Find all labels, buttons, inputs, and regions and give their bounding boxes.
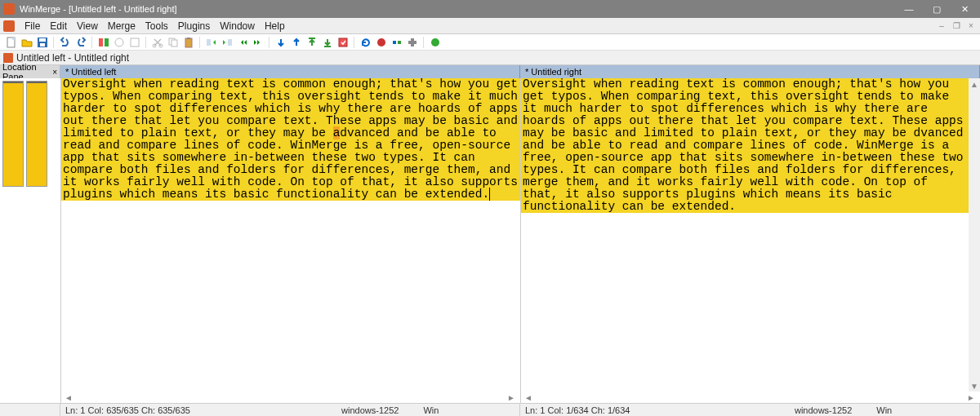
status-left: Ln: 1 Col: 635/635 Ch: 635/635 windows-1… xyxy=(60,404,520,416)
options-icon[interactable] xyxy=(406,36,418,48)
right-pane-title: * Untitled right xyxy=(525,67,581,77)
paste-icon[interactable] xyxy=(182,36,194,48)
scroll-up-icon[interactable]: ▲ xyxy=(969,78,980,90)
open-folder-icon[interactable] xyxy=(20,36,33,48)
mdi-minimize-button[interactable]: – xyxy=(936,20,947,32)
menu-merge[interactable]: Merge xyxy=(103,20,140,32)
window-controls: — ▢ ✕ xyxy=(903,3,977,15)
menu-edit[interactable]: Edit xyxy=(45,20,72,32)
work-area: Oversight when reading text is common en… xyxy=(0,78,980,403)
maximize-button[interactable]: ▢ xyxy=(931,3,942,15)
menu-file[interactable]: File xyxy=(20,20,45,32)
menu-plugins[interactable]: Plugins xyxy=(173,20,215,32)
app-icon xyxy=(3,3,15,15)
compare-icon[interactable] xyxy=(97,36,109,48)
scroll-right-icon[interactable]: ► xyxy=(967,393,977,402)
status-left-pos: Ln: 1 Col: 635/635 Ch: 635/635 xyxy=(65,405,190,415)
scroll-left-icon[interactable]: ◄ xyxy=(65,393,74,402)
right-h-scrollbar[interactable]: ◄ ► xyxy=(521,392,980,403)
svg-rect-14 xyxy=(187,38,190,39)
cut-icon[interactable] xyxy=(151,36,163,48)
toolbar xyxy=(0,34,980,51)
svg-rect-6 xyxy=(105,38,109,46)
first-diff-icon[interactable] xyxy=(305,36,318,48)
toolbar-icon-2[interactable] xyxy=(128,36,140,48)
svg-rect-22 xyxy=(408,41,416,44)
status-bar: Ln: 1 Col: 635/635 Ch: 635/635 windows-1… xyxy=(0,403,980,416)
all-right-icon[interactable] xyxy=(252,36,264,48)
undo-icon[interactable] xyxy=(59,36,71,48)
svg-rect-15 xyxy=(207,39,211,46)
filter-icon[interactable] xyxy=(390,36,403,48)
menu-tools[interactable]: Tools xyxy=(140,20,173,32)
title-bar: WinMerge - [Untitled left - Untitled rig… xyxy=(0,0,980,18)
pane-header-row: Location Pane × * Untitled left * Untitl… xyxy=(0,65,980,78)
last-diff-icon[interactable] xyxy=(321,36,333,48)
menu-view[interactable]: View xyxy=(72,20,103,32)
status-left-eol: Win xyxy=(423,405,439,415)
diff-panes: Oversight when reading text is common en… xyxy=(60,78,980,403)
left-text-area[interactable]: Oversight when reading text is common en… xyxy=(61,78,520,392)
refresh-icon[interactable] xyxy=(359,36,372,48)
toolbar-icon-1[interactable] xyxy=(113,36,125,48)
status-right-eol: Win xyxy=(876,405,892,415)
copy-right-icon[interactable] xyxy=(220,36,233,48)
close-button[interactable]: ✕ xyxy=(959,3,970,15)
location-bar-right[interactable] xyxy=(26,81,47,187)
right-text-area[interactable]: Oversight when reading text is common en… xyxy=(521,78,969,392)
prev-diff-icon[interactable] xyxy=(290,36,302,48)
next-diff-icon[interactable] xyxy=(274,36,287,48)
stop-icon[interactable] xyxy=(375,36,387,48)
right-diff-block: Oversight when reading text is common en… xyxy=(521,78,969,213)
status-left-enc: windows-1252 xyxy=(341,405,399,415)
plugin-icon[interactable] xyxy=(429,36,441,48)
current-diff-icon[interactable] xyxy=(336,36,349,48)
svg-rect-20 xyxy=(398,41,401,44)
v-scrollbar[interactable]: ▲ ▼ xyxy=(969,78,980,392)
mdi-close-button[interactable]: × xyxy=(965,20,977,32)
menu-bar: File Edit View Merge Tools Plugins Windo… xyxy=(0,18,980,34)
scroll-down-icon[interactable]: ▼ xyxy=(969,380,980,392)
left-pane-header[interactable]: * Untitled left xyxy=(60,65,520,78)
document-tab-bar: Untitled left - Untitled right xyxy=(0,51,980,65)
status-gap xyxy=(0,404,60,416)
svg-rect-4 xyxy=(40,43,45,46)
copy-left-icon[interactable] xyxy=(205,36,217,48)
svg-point-18 xyxy=(377,38,385,46)
location-pane[interactable] xyxy=(0,78,60,403)
copy-icon[interactable] xyxy=(167,36,179,48)
svg-rect-1 xyxy=(12,38,15,40)
menu-help[interactable]: Help xyxy=(260,20,290,32)
minimize-button[interactable]: — xyxy=(903,3,915,15)
right-pane: Oversight when reading text is common en… xyxy=(520,78,980,403)
left-diff-block: Oversight when reading text is common en… xyxy=(61,78,520,201)
status-right-pos: Ln: 1 Col: 1/634 Ch: 1/634 xyxy=(525,405,630,415)
status-right: Ln: 1 Col: 1/634 Ch: 1/634 windows-1252 … xyxy=(520,404,980,416)
right-pane-header[interactable]: * Untitled right xyxy=(520,65,980,78)
right-text: Oversight when reading text is common en… xyxy=(523,78,969,213)
document-icon xyxy=(3,53,13,63)
mdi-restore-button[interactable]: ❐ xyxy=(951,20,962,32)
svg-rect-3 xyxy=(39,38,46,42)
save-icon[interactable] xyxy=(36,36,48,48)
all-left-icon[interactable] xyxy=(236,36,248,48)
scroll-right-icon[interactable]: ► xyxy=(507,393,517,402)
redo-icon[interactable] xyxy=(74,36,87,48)
status-right-enc: windows-1252 xyxy=(795,405,852,415)
left-pane-title: * Untitled left xyxy=(65,67,116,77)
left-pane: Oversight when reading text is common en… xyxy=(60,78,520,403)
location-pane-header: Location Pane × xyxy=(0,65,60,78)
location-pane-close-icon[interactable]: × xyxy=(52,68,57,77)
svg-rect-12 xyxy=(172,40,177,46)
svg-point-7 xyxy=(115,38,123,46)
svg-rect-5 xyxy=(99,38,103,46)
location-bar-left[interactable] xyxy=(2,81,24,187)
new-file-icon[interactable] xyxy=(5,36,17,48)
scroll-left-icon[interactable]: ◄ xyxy=(524,393,534,402)
svg-rect-13 xyxy=(185,38,192,47)
text-cursor xyxy=(489,188,490,201)
svg-point-23 xyxy=(431,38,439,46)
menu-window[interactable]: Window xyxy=(215,20,260,32)
left-h-scrollbar[interactable]: ◄ ► xyxy=(61,392,520,403)
svg-rect-19 xyxy=(393,41,396,44)
